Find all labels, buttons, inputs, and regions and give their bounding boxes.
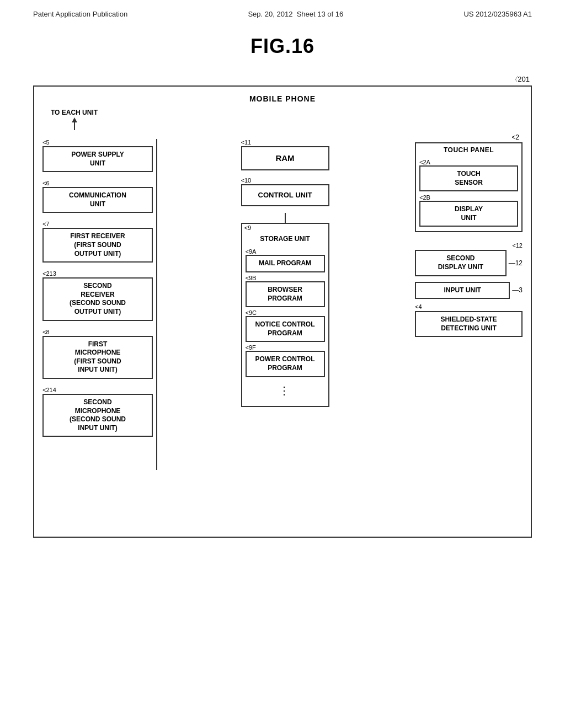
ref-2-label: <2 (415, 133, 523, 141)
ram-unit: RAM (241, 146, 329, 170)
notice-control-section: <9C NOTICE CONTROLPROGRAM (246, 309, 325, 342)
communication-section: <6 COMMUNICATIONUNIT (42, 180, 153, 213)
touch-sensor-unit: TOUCHSENSOR (419, 165, 518, 191)
center-column: <11 RAM <10 CONTROL UNIT <9 STORAGE UNIT (161, 133, 409, 407)
header-middle: Sep. 20, 2012 Sheet 13 of 16 (248, 10, 343, 18)
input-unit-row: INPUT UNIT —3 (415, 282, 523, 299)
right-column: <2 TOUCH PANEL <2A TOUCHSENSOR <2B (415, 133, 523, 337)
mail-program-unit: MAIL PROGRAM (246, 255, 325, 272)
shielded-state-unit: SHIELDED-STATEDETECTING UNIT (415, 311, 523, 337)
mobile-phone-box: MOBILE PHONE TO EACH UNIT <5 PO (33, 85, 532, 538)
input-unit-section: INPUT UNIT —3 (415, 281, 523, 299)
display-unit: DISPLAYUNIT (419, 201, 518, 227)
second-display-section: <12 SECONDDISPLAY UNIT —12 (415, 242, 523, 276)
second-receiver-unit: SECONDRECEIVER(SECOND SOUNDOUTPUT UNIT) (42, 277, 153, 320)
browser-program-section: <9B BROWSERPROGRAM (246, 275, 325, 307)
control-unit: CONTROL UNIT (241, 184, 329, 207)
touch-panel-box: TOUCH PANEL <2A TOUCHSENSOR <2B DISPLAYU… (415, 142, 523, 232)
header-left: Patent Application Publication (33, 10, 127, 18)
main-columns: <5 POWER SUPPLYUNIT <6 COMMUNICATIONUNIT… (40, 133, 525, 470)
touch-sensor-section: <2A TOUCHSENSOR (419, 159, 518, 191)
display-unit-section: <2B DISPLAYUNIT (419, 194, 518, 227)
input-unit: INPUT UNIT (415, 282, 510, 299)
first-microphone-unit: FIRSTMICROPHONE(FIRST SOUNDINPUT UNIT) (42, 336, 153, 379)
first-receiver-section: <7 FIRST RECEIVER(FIRST SOUNDOUTPUT UNIT… (42, 221, 153, 263)
touch-panel-label: TOUCH PANEL (416, 143, 521, 157)
communication-unit: COMMUNICATIONUNIT (42, 187, 153, 213)
shielded-state-section: <4 SHIELDED-STATEDETECTING UNIT (415, 303, 523, 337)
storage-unit-box: <9 STORAGE UNIT <9A MAIL PROGRAM <9B BRO… (241, 223, 329, 406)
vertical-bus-line (156, 139, 157, 470)
power-control-unit: POWER CONTROLPROGRAM (246, 351, 325, 377)
second-microphone-section: <214 SECONDMICROPHONE(SECOND SOUNDINPUT … (42, 387, 153, 437)
mail-program-section: <9A MAIL PROGRAM (246, 248, 325, 272)
power-supply-unit: POWER SUPPLYUNIT (42, 146, 153, 172)
to-each-unit-section: TO EACH UNIT (51, 109, 525, 130)
second-microphone-unit: SECONDMICROPHONE(SECOND SOUNDINPUT UNIT) (42, 394, 153, 437)
storage-items: <9A MAIL PROGRAM <9B BROWSERPROGRAM <9C … (242, 246, 328, 405)
figure-title: FIG.16 (0, 35, 565, 58)
power-supply-section: <5 POWER SUPPLYUNIT (42, 139, 153, 172)
second-display-row: SECONDDISPLAY UNIT —12 (415, 250, 523, 276)
arrow-line (74, 122, 75, 130)
second-display-unit: SECONDDISPLAY UNIT (415, 250, 507, 276)
ellipsis-dots: ⋮ (246, 379, 325, 402)
storage-unit-label: STORAGE UNIT (242, 232, 328, 246)
touch-panel-inner: <2A TOUCHSENSOR <2B DISPLAYUNIT (416, 157, 521, 231)
second-receiver-section: <213 SECONDRECEIVER(SECOND SOUNDOUTPUT U… (42, 270, 153, 320)
left-column: <5 POWER SUPPLYUNIT <6 COMMUNICATIONUNIT… (42, 133, 153, 441)
page-header: Patent Application Publication Sep. 20, … (0, 0, 565, 24)
mobile-phone-label: MOBILE PHONE (40, 92, 525, 109)
arrow-up-icon (72, 117, 77, 122)
browser-program-unit: BROWSERPROGRAM (246, 281, 325, 307)
ram-section: <11 RAM (241, 139, 329, 170)
ref-201: 〈201 (33, 74, 532, 84)
first-receiver-unit: FIRST RECEIVER(FIRST SOUNDOUTPUT UNIT) (42, 228, 153, 263)
power-control-section: <9F POWER CONTROLPROGRAM (246, 344, 325, 377)
control-storage-line (285, 213, 286, 223)
control-section: <10 CONTROL UNIT (241, 177, 329, 207)
notice-control-unit: NOTICE CONTROLPROGRAM (246, 316, 325, 342)
header-right: US 2012/0235963 A1 (463, 10, 532, 18)
first-microphone-section: <8 FIRSTMICROPHONE(FIRST SOUNDINPUT UNIT… (42, 329, 153, 379)
diagram-area: 〈201 MOBILE PHONE TO EACH UNIT (33, 74, 532, 538)
to-each-unit-label: TO EACH UNIT (51, 109, 98, 116)
